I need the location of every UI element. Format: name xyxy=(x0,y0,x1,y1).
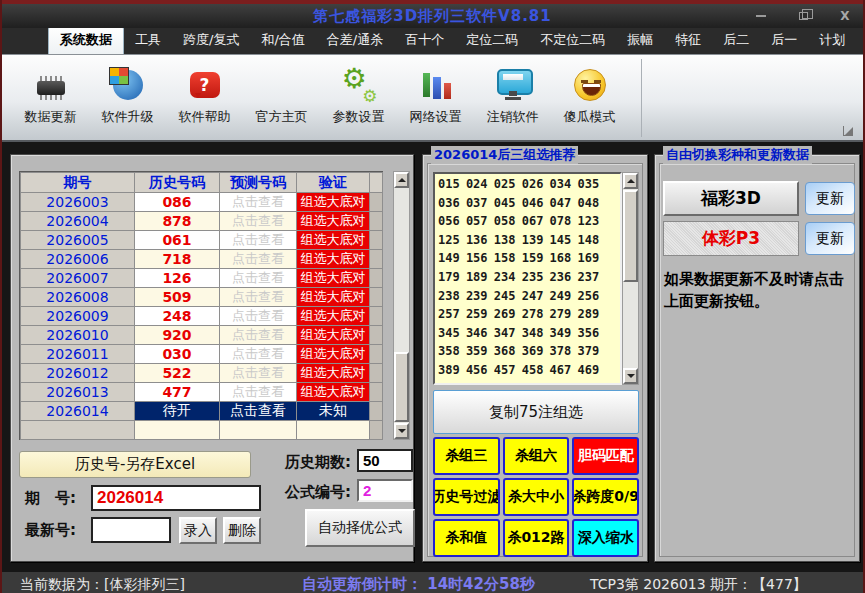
close-icon: X xyxy=(840,10,849,22)
help-icon xyxy=(186,65,224,105)
col-header-history: 历史号码 xyxy=(135,173,220,193)
toolbar-button[interactable]: 数据更新 xyxy=(12,63,89,126)
table-row: 2026011 030 点击查看 组选大底对 xyxy=(21,345,383,364)
entry-button[interactable]: 录入 xyxy=(179,517,217,544)
main-content: 期号 历史号码 预测号码 验证 2026003 086 点击查看 xyxy=(2,142,863,572)
filter-button[interactable]: 杀和值 xyxy=(433,519,500,557)
recommended-numbers-textarea[interactable]: 015 024 025 026 034 035 036 037 045 046 … xyxy=(433,172,622,385)
filter-button[interactable]: 杀组六 xyxy=(503,437,570,475)
formula-number-label: 公式编号: xyxy=(285,483,351,502)
toolbar-button[interactable]: 傻瓜模式 xyxy=(551,63,628,126)
status-bar: 当前数据为：[体彩排列三] 自动更新倒计时： 14时42分58秒 TCP3第 2… xyxy=(2,572,863,593)
menu-tab[interactable]: 特征 xyxy=(664,27,712,54)
update-tcp3-button[interactable]: 更新 xyxy=(805,222,855,255)
filter-button[interactable]: 胆码匹配 xyxy=(572,437,639,475)
menu-tab[interactable]: 系统数据 xyxy=(48,26,124,54)
numbers-scrollbar[interactable] xyxy=(622,172,639,385)
menu-tab[interactable]: 合差/通杀 xyxy=(316,27,394,54)
table-row: 2026007 126 点击查看 组选大底对 xyxy=(21,269,383,288)
scroll-up-icon[interactable] xyxy=(394,172,409,188)
toolbar-ribbon: 数据更新 软件升级 软件帮助 官方主页 参数设置 网络设置 xyxy=(8,59,642,137)
latest-number-input[interactable] xyxy=(91,517,171,543)
table-row: 2026009 248 点击查看 组选大底对 xyxy=(21,307,383,326)
toolbar-button[interactable]: 参数设置 xyxy=(320,63,397,126)
formula-number-input[interactable] xyxy=(357,479,413,502)
table-row: 2026003 086 点击查看 组选大底对 xyxy=(21,193,383,212)
toolbar-button[interactable]: 软件帮助 xyxy=(166,63,243,126)
menu-tab-strip: 系统数据工具跨度/复式和/合值合差/通杀百十个定位二码不定位二码振幅特征后二后一… xyxy=(2,28,863,54)
period-label: 期 号: xyxy=(25,489,76,508)
filter-button[interactable]: 深入缩水 xyxy=(572,519,639,557)
col-header-filler xyxy=(370,173,383,193)
home-icon xyxy=(263,65,301,105)
menu-tab[interactable]: 定位二码 xyxy=(455,27,529,54)
tcp3-lottery-button[interactable]: 体彩P3 xyxy=(663,221,799,256)
toolbar-button[interactable]: 注销软件 xyxy=(474,63,551,126)
chip-icon xyxy=(32,65,70,105)
menu-tab[interactable]: 后二 xyxy=(712,27,760,54)
delete-button[interactable]: 删除 xyxy=(223,517,261,544)
app-window: 第七感福彩3D排列三软件V8.81 X 系统数据工具跨度/复式和/合值合差/通杀… xyxy=(0,0,865,593)
toolbar-button[interactable]: 软件升级 xyxy=(89,63,166,126)
recommendation-panel: 2026014后三组选推荐 015 024 025 026 034 035 03… xyxy=(422,154,648,562)
update-hint-text: 如果数据更新不及时请点击上面更新按钮。 xyxy=(664,269,854,313)
menu-tab[interactable]: 百十个 xyxy=(394,27,455,54)
menu-tab[interactable]: 后一 xyxy=(760,27,808,54)
scroll-down-icon[interactable] xyxy=(394,423,409,439)
filter-button[interactable]: 杀跨度0/9 xyxy=(572,478,639,516)
scroll-down-icon[interactable] xyxy=(623,368,638,384)
menu-tab[interactable]: 计划 xyxy=(808,27,856,54)
menu-tab[interactable]: 计划2 xyxy=(856,27,865,54)
history-table: 期号 历史号码 预测号码 验证 2026003 086 点击查看 xyxy=(19,171,383,440)
filter-button[interactable]: 杀大中小 xyxy=(503,478,570,516)
menu-tab[interactable]: 跨度/复式 xyxy=(172,27,250,54)
fc3d-lottery-button[interactable]: 福彩3D xyxy=(663,181,799,216)
col-header-verify: 验证 xyxy=(297,173,370,193)
copy-selections-button[interactable]: 复制75注组选 xyxy=(433,390,639,434)
menu-tab[interactable]: 和/合值 xyxy=(250,27,315,54)
scroll-up-icon[interactable] xyxy=(623,173,638,189)
menu-tab[interactable]: 振幅 xyxy=(616,27,664,54)
restore-icon xyxy=(799,12,808,20)
network-icon xyxy=(417,65,455,105)
table-row: 2026012 522 点击查看 组选大底对 xyxy=(21,364,383,383)
current-data-status: 当前数据为：[体彩排列三] xyxy=(20,576,185,593)
table-row: 2026004 878 点击查看 组选大底对 xyxy=(21,212,383,231)
toolbar-button[interactable]: 网络设置 xyxy=(397,63,474,126)
table-row: 2026008 509 点击查看 组选大底对 xyxy=(21,288,383,307)
col-header-period: 期号 xyxy=(21,173,135,193)
smiley-icon xyxy=(571,65,609,105)
scroll-thumb[interactable] xyxy=(623,190,638,282)
export-excel-button[interactable]: 历史号-另存Excel xyxy=(19,451,251,478)
minimize-icon xyxy=(756,15,766,17)
filter-button-grid: 杀组三杀组六胆码匹配历史号过滤杀大中小杀跨度0/9杀和值杀012路深入缩水 xyxy=(433,437,639,557)
lottery-switch-panel: 自由切换彩种和更新数据 福彩3D 更新 体彩P3 更新 如果数据更新不及时请点击… xyxy=(654,154,860,562)
update-fc3d-button[interactable]: 更新 xyxy=(805,182,855,215)
table-row: 2026010 920 点击查看 组选大底对 xyxy=(21,326,383,345)
history-count-input[interactable] xyxy=(357,449,413,472)
minimize-button[interactable] xyxy=(753,8,769,24)
close-button[interactable]: X xyxy=(837,8,853,24)
table-row: 2026014 待开 点击查看 未知 xyxy=(21,402,383,421)
toolbar-button[interactable]: 官方主页 xyxy=(243,63,320,126)
countdown-value: 14时42分58秒 xyxy=(427,575,535,593)
auto-formula-button[interactable]: 自动择优公式 xyxy=(305,509,415,547)
countdown-label: 自动更新倒计时： xyxy=(302,575,422,593)
menu-tab[interactable]: 不定位二码 xyxy=(529,27,616,54)
dialog-launcher-icon[interactable] xyxy=(843,126,853,136)
history-panel: 期号 历史号码 预测号码 验证 2026003 086 点击查看 xyxy=(10,154,414,562)
history-count-label: 历史期数: xyxy=(285,453,351,472)
filter-button[interactable]: 杀组三 xyxy=(433,437,500,475)
table-scrollbar[interactable] xyxy=(393,171,410,440)
restore-button[interactable] xyxy=(795,8,811,24)
latest-draw-status: TCP3第 2026013 期开：【477】 xyxy=(590,576,807,593)
filter-button[interactable]: 杀012路 xyxy=(503,519,570,557)
window-title: 第七感福彩3D排列三软件V8.81 xyxy=(2,7,863,26)
scroll-thumb[interactable] xyxy=(394,352,409,422)
menu-tab[interactable]: 工具 xyxy=(124,27,172,54)
logout-icon xyxy=(494,65,532,105)
filter-button[interactable]: 历史号过滤 xyxy=(433,478,500,516)
latest-number-label: 最新号: xyxy=(25,521,76,540)
period-input[interactable] xyxy=(91,485,261,511)
auto-update-countdown: 自动更新倒计时： 14时42分58秒 xyxy=(302,575,535,593)
